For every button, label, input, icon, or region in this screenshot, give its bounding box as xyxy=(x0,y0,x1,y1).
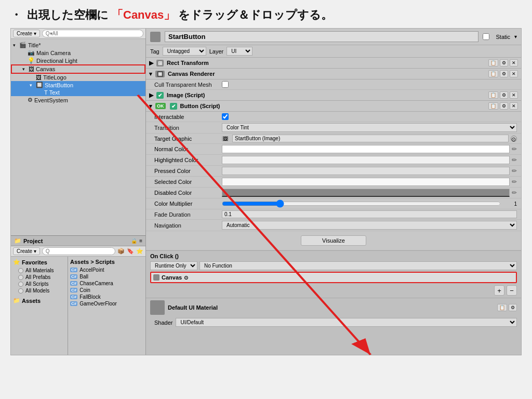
cull-checkbox[interactable] xyxy=(222,81,229,88)
project-create-btn[interactable]: Create ▾ xyxy=(13,247,40,255)
static-label: Static xyxy=(496,34,510,40)
layer-label: Layer xyxy=(209,48,224,55)
cr-ref-btn[interactable]: 📋 xyxy=(488,70,498,77)
tree-item-dirlight[interactable]: 💡 Directional Light xyxy=(11,57,145,64)
normal-color-pencil[interactable]: ✏ xyxy=(512,145,517,153)
canvas-entry-item[interactable]: Canvas ⊙ xyxy=(153,274,188,281)
img-gear-btn[interactable]: ✕ xyxy=(510,91,518,99)
right-panel: Static ▾ Tag Untagged Layer UI ▶ ⊞ Rect … xyxy=(146,29,521,355)
target-graphic-input[interactable] xyxy=(232,135,509,142)
onclick-remove-btn[interactable]: − xyxy=(507,285,517,296)
visualize-button[interactable]: Visualize xyxy=(301,235,366,246)
canvas-entry-icon xyxy=(153,274,159,281)
disabled-color-row: Disabled Color ✏ xyxy=(146,188,521,198)
rect-ref-btn[interactable]: 📋 xyxy=(488,59,498,66)
tree-item-eventsystem[interactable]: ⚙ EventSystem xyxy=(11,96,145,104)
tag-select[interactable]: Untagged xyxy=(163,47,206,56)
pressed-color-pencil[interactable]: ✏ xyxy=(512,167,517,175)
hierarchy-search-input[interactable] xyxy=(42,30,143,37)
transition-value: Color Tint xyxy=(222,123,517,132)
rect-settings-btn[interactable]: ⚙ xyxy=(500,59,508,66)
project-search-input[interactable] xyxy=(42,247,115,255)
runtime-only-select[interactable]: Runtime Only xyxy=(150,261,197,270)
image-icon: ✔ xyxy=(156,92,164,99)
highlighted-color-pencil[interactable]: ✏ xyxy=(512,156,517,164)
circle-icon-mat xyxy=(18,268,23,273)
fav-all-prefabs[interactable]: All Prefabs xyxy=(13,274,65,281)
component-canvas-renderer[interactable]: ▾ 🔲 Canvas Renderer 📋 ⚙ ✕ xyxy=(146,69,521,79)
onclick-add-btn[interactable]: + xyxy=(494,285,504,296)
material-row: Default UI Material 📋 ⚙ xyxy=(146,298,521,317)
selected-color-pencil[interactable]: ✏ xyxy=(512,178,517,185)
highlighted-color-swatch[interactable] xyxy=(222,156,510,164)
interactable-checkbox[interactable] xyxy=(222,113,229,120)
fav-all-models[interactable]: All Models xyxy=(13,287,65,294)
static-checkbox[interactable] xyxy=(483,33,489,40)
fav-all-scripts[interactable]: All Scripts xyxy=(13,281,65,287)
project-menu-icon[interactable]: ≡ xyxy=(139,238,142,244)
canvas-entry-settings-icon[interactable]: ⊙ xyxy=(184,275,188,281)
tree-item-text[interactable]: T Text xyxy=(11,89,145,96)
color-multiplier-slider[interactable] xyxy=(222,200,501,208)
script-fallblock[interactable]: C# FallBlock xyxy=(70,294,143,300)
fav-label-materials: All Materials xyxy=(25,268,54,273)
script-coin[interactable]: C# Coin xyxy=(70,287,143,294)
disabled-color-swatch[interactable] xyxy=(222,189,510,197)
transition-row: Transition Color Tint xyxy=(146,122,521,134)
project-lock-icon[interactable]: 🔒 xyxy=(131,238,137,244)
layer-select[interactable]: UI xyxy=(227,47,252,56)
script-chasecamera[interactable]: C# ChaseCamera xyxy=(70,280,143,287)
transition-select[interactable]: Color Tint xyxy=(222,123,517,132)
tree-item-canvas[interactable]: ▾ 🖼 Canvas xyxy=(11,64,145,74)
inspector-body: ▶ ⊞ Rect Transform 📋 ⚙ ✕ ▾ 🔲 Canvas Rend… xyxy=(146,58,521,355)
tree-item-maincamera[interactable]: 📷 Main Camera xyxy=(11,49,145,57)
transition-label: Transition xyxy=(154,125,222,131)
script-accelpoint[interactable]: C# AccelPoint xyxy=(70,267,143,273)
btn-settings-btn[interactable]: ⚙ xyxy=(500,102,508,110)
target-dot-btn[interactable]: ⊙ xyxy=(511,136,517,142)
hierarchy-create-btn[interactable]: Create ▾ xyxy=(13,30,40,37)
project-header: 📁 Project 🔒 ≡ xyxy=(11,236,145,246)
component-button-script[interactable]: ▾ OK ✔ Button (Script) 📋 ⚙ ✕ xyxy=(146,101,521,112)
color-multiplier-container: 1 xyxy=(222,200,517,208)
navigation-select[interactable]: Automatic xyxy=(222,221,517,230)
img-ref-btn[interactable]: 📋 xyxy=(488,91,498,99)
rect-gear-btn[interactable]: ✕ xyxy=(510,59,518,66)
instruction-part1: 出現した空欄に xyxy=(27,7,109,23)
cull-transparent-row: Cull Transparent Mesh xyxy=(146,79,521,90)
tree-label-canvas: Canvas xyxy=(36,66,55,72)
shader-select[interactable]: UI/Default xyxy=(176,318,517,327)
tree-item-startbutton[interactable]: ▾ 🔲 StartButton xyxy=(11,81,145,89)
fade-duration-input[interactable] xyxy=(222,210,517,218)
cr-settings-btn[interactable]: ⚙ xyxy=(500,70,508,77)
pressed-color-swatch[interactable] xyxy=(222,167,510,175)
btn-gear-btn[interactable]: ✕ xyxy=(510,102,518,110)
object-name-input[interactable] xyxy=(165,31,478,42)
assets-folder[interactable]: 📁 Assets xyxy=(13,297,65,304)
folder-icon-assets: 📁 xyxy=(13,297,20,304)
component-image-script[interactable]: ▶ ✔ Image (Script) 📋 ⚙ ✕ xyxy=(146,90,521,101)
static-dropdown-icon[interactable]: ▾ xyxy=(514,34,517,39)
script-ball[interactable]: C# Ball xyxy=(70,273,143,280)
selected-color-swatch[interactable] xyxy=(222,178,510,186)
normal-color-swatch[interactable] xyxy=(222,145,510,153)
rect-icon: ⊞ xyxy=(156,60,164,66)
navigation-row: Navigation Automatic xyxy=(146,220,521,231)
disabled-color-pencil[interactable]: ✏ xyxy=(512,189,517,196)
img-settings-btn[interactable]: ⚙ xyxy=(500,91,508,99)
tree-item-title[interactable]: ▾ 🎬 Title* xyxy=(11,41,145,49)
fav-all-materials[interactable]: All Materials xyxy=(13,267,65,274)
project-right-panel: Assets > Scripts C# AccelPoint C# Ball C… xyxy=(68,257,145,355)
script-gameoverfloor[interactable]: C# GameOverFloor xyxy=(70,300,143,307)
component-rect-transform[interactable]: ▶ ⊞ Rect Transform 📋 ⚙ ✕ xyxy=(146,58,521,69)
mat-ref-btn[interactable]: 📋 xyxy=(497,304,507,311)
no-function-select[interactable]: No Function xyxy=(200,261,517,270)
rect-component-icons: 📋 ⚙ ✕ xyxy=(488,59,518,66)
btn-ref-btn[interactable]: 📋 xyxy=(488,102,498,110)
cr-gear-btn[interactable]: ✕ xyxy=(510,70,518,77)
tree-item-titlelogo[interactable]: 🖼 TitleLogo xyxy=(11,74,145,81)
mat-gear-btn[interactable]: ⚙ xyxy=(509,304,517,311)
project-content: ⭐ Favorites All Materials All Prefabs xyxy=(11,257,145,355)
highlighted-color-box: ✏ xyxy=(222,156,517,164)
image-component-icons: 📋 ⚙ ✕ xyxy=(488,91,518,99)
